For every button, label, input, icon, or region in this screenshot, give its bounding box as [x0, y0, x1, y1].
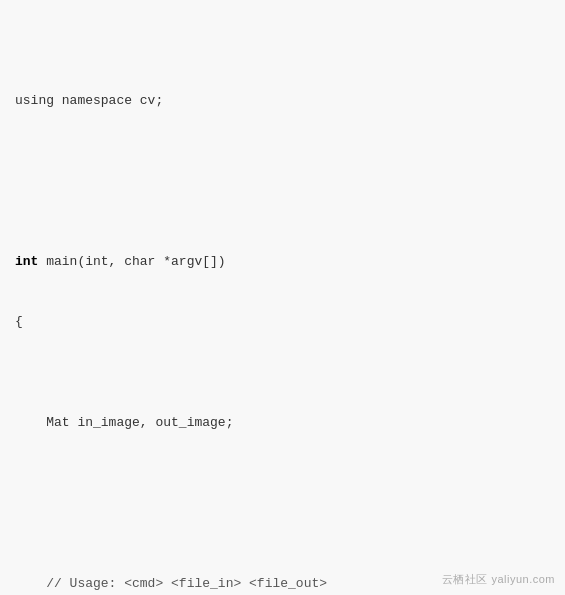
line-1: using namespace cv;	[15, 91, 550, 111]
line-5: Mat in_image, out_image;	[15, 413, 550, 433]
line-3: int main(int, char *argv[])	[15, 252, 550, 272]
code-block: using namespace cv; int main(int, char *…	[15, 10, 550, 595]
line-blank-1	[15, 151, 550, 171]
line-blank-2	[15, 473, 550, 493]
line-4: {	[15, 312, 550, 332]
code-container: using namespace cv; int main(int, char *…	[0, 0, 565, 595]
kw-int: int	[15, 254, 38, 269]
watermark: 云栖社区 yaliyun.com	[442, 572, 555, 587]
